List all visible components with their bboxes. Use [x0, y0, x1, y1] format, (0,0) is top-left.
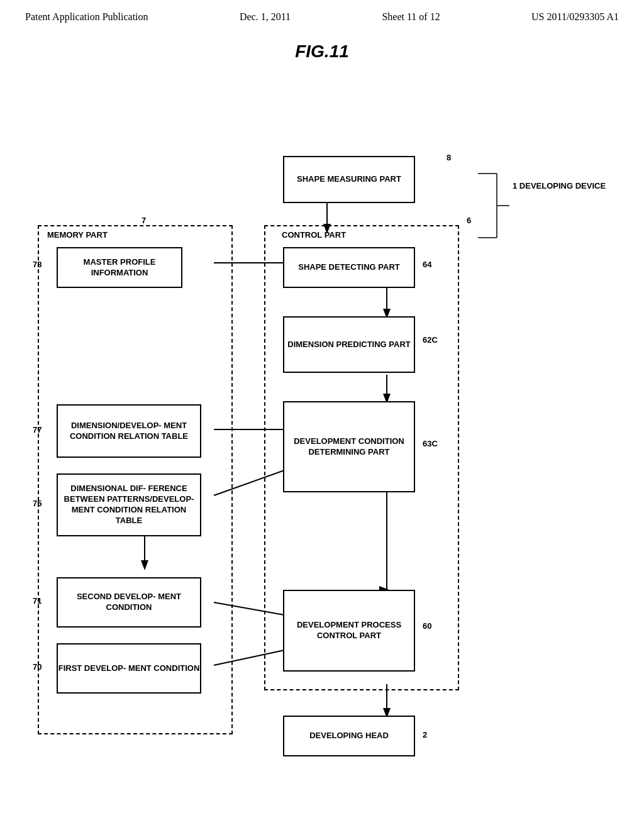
- dimensional-diff-box: DIMENSIONAL DIF- FERENCE BETWEEN PATTERN…: [57, 473, 201, 536]
- label-63c: 63C: [423, 439, 438, 448]
- label-75: 75: [33, 499, 42, 508]
- label-60: 60: [423, 621, 431, 631]
- header-left: Patent Application Publication: [25, 11, 148, 23]
- label-7: 7: [142, 216, 146, 225]
- developing-head-box: DEVELOPING HEAD: [283, 716, 415, 756]
- dimension-predicting-box: DIMENSION PREDICTING PART: [283, 316, 415, 373]
- control-part-label: CONTROL PART: [282, 230, 346, 240]
- label-developing-device: 1 DEVELOPING DEVICE: [513, 181, 606, 192]
- figure-title: FIG.11: [0, 42, 644, 62]
- label-2: 2: [423, 730, 427, 739]
- label-77: 77: [33, 425, 42, 434]
- header-right: US 2011/0293305 A1: [531, 11, 619, 23]
- shape-measuring-box: SHAPE MEASURING PART: [283, 156, 415, 203]
- label-62c: 62C: [423, 335, 438, 345]
- dev-process-control-box: DEVELOPMENT PROCESS CONTROL PART: [283, 590, 415, 672]
- master-profile-box: MASTER PROFILE INFORMATION: [57, 247, 182, 288]
- memory-part-label: MEMORY PART: [47, 230, 108, 240]
- header-center: Dec. 1, 2011: [240, 11, 291, 23]
- diagram: 8 1 DEVELOPING DEVICE SHAPE MEASURING PA…: [0, 80, 644, 810]
- label-70: 70: [33, 662, 42, 672]
- label-64: 64: [423, 260, 431, 269]
- label-78: 78: [33, 260, 42, 269]
- shape-detecting-box: SHAPE DETECTING PART: [283, 247, 415, 288]
- label-8: 8: [447, 153, 451, 162]
- label-6: 6: [467, 216, 471, 225]
- header-sheet: Sheet 11 of 12: [382, 11, 440, 23]
- page-header: Patent Application Publication Dec. 1, 2…: [0, 0, 644, 29]
- development-condition-box: DEVELOPMENT CONDITION DETERMINING PART: [283, 401, 415, 492]
- first-develop-box: FIRST DEVELOP- MENT CONDITION: [57, 643, 201, 694]
- second-develop-box: SECOND DEVELOP- MENT CONDITION: [57, 577, 201, 628]
- label-71: 71: [33, 596, 42, 606]
- dim-develop-relation-box: DIMENSION/DEVELOP- MENT CONDITION RELATI…: [57, 404, 201, 458]
